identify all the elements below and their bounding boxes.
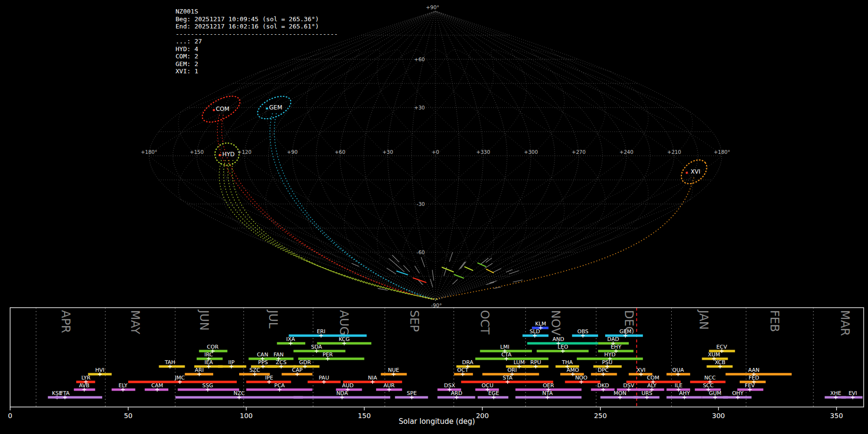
radiant-label-gem: GEM — [269, 104, 282, 111]
lat-label: -60 — [417, 249, 425, 255]
meteor-trail-hyd — [232, 160, 438, 299]
x-tick-label: 300 — [712, 412, 725, 420]
shower-label-ile: ILE — [675, 382, 682, 389]
month-label-sep: SEP — [407, 310, 421, 332]
equator-lon-label: +30 — [382, 149, 393, 155]
shower-label-ard: ARD — [451, 390, 462, 396]
month-label-feb: FEB — [768, 310, 781, 332]
equator-lon-label: +300 — [524, 149, 538, 155]
grid-meridian — [435, 11, 483, 300]
sporadic-meteor-segment — [459, 262, 465, 270]
meteor-trail-gem — [274, 113, 434, 299]
shower-label-ari: ARI — [195, 367, 203, 373]
shower-label-nta: NTA — [542, 390, 553, 396]
sporadic-meteor-segment — [485, 263, 492, 269]
shower-label-oct: OCT — [457, 367, 468, 373]
grid-meridian — [412, 11, 436, 300]
shower-label-ehy: EHY — [610, 344, 621, 350]
sporadic-meteor-segment — [415, 266, 420, 273]
shower-label-cor: COR — [207, 344, 218, 350]
x-tick-label: 150 — [358, 412, 371, 420]
sporadic-meteor-segment — [494, 287, 501, 288]
shower-label-fta: FTA — [60, 390, 70, 396]
shower-label-szc: SZC — [249, 367, 260, 373]
shower-label-ohy: OHY — [732, 390, 744, 396]
shower-label-gem: GEM — [620, 328, 632, 335]
shower-bars: KLMERISLDOBSGEMIXAKCGANDDADCORSDALMILEOE… — [48, 321, 862, 399]
meteor-trail-com — [217, 115, 433, 299]
shower-label-avb: AVB — [79, 382, 90, 389]
month-label-aug: AUG — [337, 310, 351, 336]
shower-label-com: COM — [647, 375, 659, 381]
grid-greatcircle — [223, 50, 611, 261]
shower-label-mon: MON — [614, 390, 626, 396]
x-tick-label: 350 — [830, 412, 843, 420]
shower-label-dkd: DKD — [597, 382, 609, 389]
shower-label-cta: CTA — [502, 352, 512, 358]
shower-label-ncc: NCC — [705, 375, 716, 381]
shower-label-kcg: KCG — [339, 336, 350, 342]
shower-label-eri: ERI — [317, 328, 326, 335]
sporadic-meteor-segment — [392, 255, 399, 262]
shower-label-nda: NDA — [336, 390, 348, 396]
shower-label-dpc: DPC — [598, 367, 609, 373]
shower-label-ely: ELY — [119, 382, 128, 389]
shower-label-jmc: JMC — [175, 375, 185, 381]
shower-label-ixa: IXA — [286, 336, 296, 342]
shower-bar-obs — [572, 335, 598, 337]
shower-label-ipe: IPE — [265, 375, 273, 381]
shower-label-ssg: SSG — [203, 382, 214, 389]
sporadic-meteor-segment — [481, 258, 488, 264]
shower-label-pau: PAU — [319, 375, 329, 381]
shower-label-gum: GUM — [709, 390, 721, 396]
sporadic-meteor-segment — [430, 279, 433, 287]
radiant-label-xvi: XVI — [691, 168, 700, 175]
sporadic-meteor-segment — [493, 269, 502, 272]
meteor-segment — [413, 278, 426, 283]
shower-label-leo: LEO — [557, 344, 568, 350]
shower-label-aly: ALY — [647, 382, 656, 389]
shower-label-hyd: HYD — [604, 352, 615, 358]
equator-lon-label: +0 — [432, 149, 439, 155]
shower-label-rpu: RPU — [530, 359, 541, 366]
radiant-label-hyd: HYD — [222, 151, 235, 158]
shower-label-amo: AMO — [567, 367, 579, 373]
radiant-plot: COMGEMHYDXVI +90° -90° +180°+150+120+90+… — [0, 0, 868, 434]
sporadic-meteor-segment — [432, 270, 434, 281]
pole-label-bottom: -90° — [431, 302, 442, 308]
equator-lon-label: +60 — [335, 149, 345, 155]
shower-label-nzc: NZC — [233, 390, 245, 396]
x-tick-label: 100 — [240, 412, 253, 420]
month-label-nov: NOV — [549, 310, 562, 336]
shower-label-per: PER — [323, 352, 333, 358]
meteor-segment — [442, 267, 454, 272]
shower-label-and: AND — [553, 336, 564, 342]
month-label-may: MAY — [128, 310, 142, 334]
shower-label-qua: QUA — [672, 367, 684, 373]
shower-label-tah: TAH — [164, 359, 176, 366]
x-tick-label: 50 — [124, 412, 133, 420]
grid-meridian — [435, 11, 555, 300]
shower-label-iip: IIP — [228, 359, 234, 366]
shower-label-pps: PPS — [258, 359, 268, 366]
shower-label-xcb: XCB — [715, 359, 725, 366]
shower-bar-eri — [289, 335, 367, 337]
shower-label-ori: ORI — [507, 367, 517, 373]
shower-label-noo: NOO — [575, 375, 588, 381]
x-tick-label: 200 — [476, 412, 489, 420]
month-label-jul: JUL — [266, 309, 280, 329]
shower-label-oer: OER — [543, 382, 555, 389]
shower-label-xvi: XVI — [637, 367, 645, 373]
meteor-trail-gem — [270, 113, 433, 299]
shower-label-evi: EVI — [849, 390, 857, 396]
meteor-trails — [217, 113, 694, 299]
shower-label-can: CAN — [257, 352, 268, 358]
grid-meridian — [435, 11, 460, 300]
sporadic-meteor-segment — [404, 265, 410, 272]
shower-label-ocu: OCU — [482, 382, 493, 389]
shower-label-lum: LUM — [514, 359, 525, 366]
shower-label-dsx: DSX — [444, 382, 455, 389]
month-label-mar: MAR — [838, 310, 852, 336]
shower-label-dra: DRA — [462, 359, 474, 366]
shower-label-ege: EGE — [488, 390, 499, 396]
